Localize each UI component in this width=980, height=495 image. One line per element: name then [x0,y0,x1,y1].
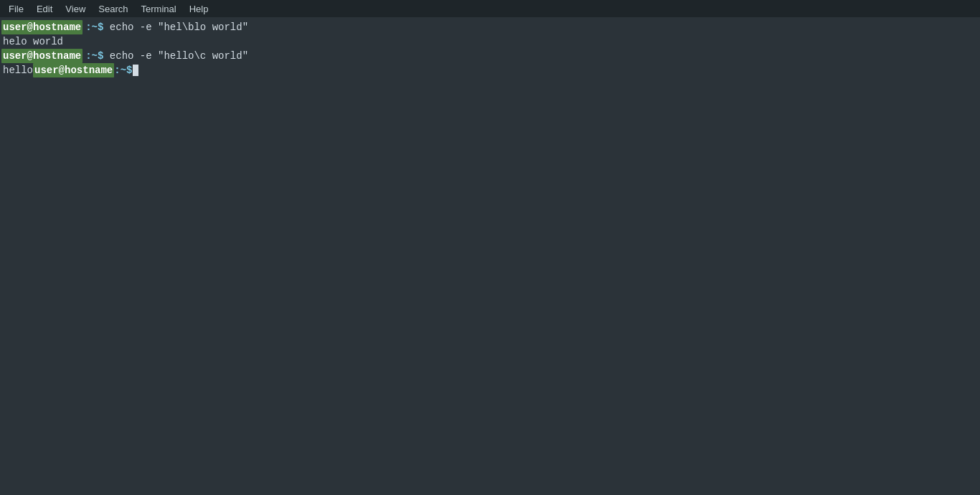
prompt-path-1: :~$ [85,20,103,34]
output-partial: hello [1,63,33,77]
menu-view[interactable]: View [60,2,91,16]
prompt-path-3: :~$ [114,63,132,77]
prompt-user-1: user@hostname [1,20,83,34]
prompt-path-2: :~$ [85,49,103,63]
terminal-line-2: user@hostname:~$ echo -e "hello\c world" [0,49,980,63]
terminal-line-1: user@hostname:~$ echo -e "hel\blo world" [0,20,980,34]
command-2: echo -e "hello\c world" [103,49,248,63]
menu-help[interactable]: Help [184,2,215,16]
terminal-line-3: hellouser@hostname:~$ [0,63,980,77]
terminal-cursor [133,65,138,76]
menu-file[interactable]: File [3,2,29,16]
prompt-user-3: user@hostname [33,63,114,77]
menu-terminal[interactable]: Terminal [136,2,182,16]
output-text-1: helo world [1,34,63,49]
menu-edit[interactable]: Edit [31,2,58,16]
menubar: File Edit View Search Terminal Help [0,0,980,17]
prompt-user-2: user@hostname [1,49,83,63]
terminal-output-1: helo world [0,34,980,49]
menu-search[interactable]: Search [93,2,133,16]
terminal-area[interactable]: user@hostname:~$ echo -e "hel\blo world"… [0,17,980,495]
command-1: echo -e "hel\blo world" [103,20,248,34]
